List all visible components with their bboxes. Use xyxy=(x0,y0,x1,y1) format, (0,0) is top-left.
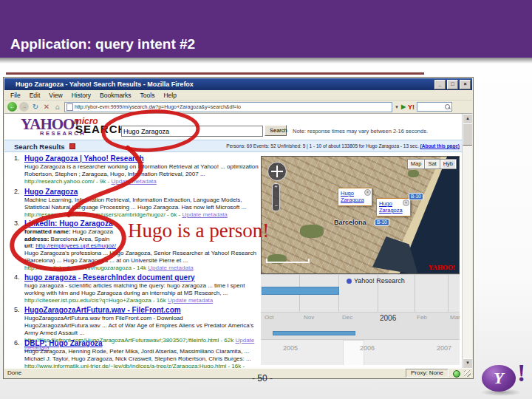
result-snippet: Machine Learning, Information Retrieval,… xyxy=(24,197,259,211)
timeline-month-band[interactable]: Oct Nov Dec 2006 Feb Mar xyxy=(261,312,460,340)
timeline-widget[interactable]: Yahoo! Research Oct Nov Dec 2006 Feb Mar… xyxy=(261,274,460,365)
popup-close-icon[interactable]: × xyxy=(364,189,371,196)
go-icon[interactable]: ▶ xyxy=(401,103,406,110)
result-number: 1. xyxy=(14,154,20,162)
meta-value: Hugo Zaragoza xyxy=(72,228,113,235)
results-stats: Persons: 69 Events: 52 Unfinished: 5 | 1… xyxy=(226,143,460,149)
year-tick: 2005 xyxy=(283,344,298,352)
search-result: 6. DBLP: Hugo Zaragoza Hugo Zaragoza, He… xyxy=(14,339,259,369)
menu-view[interactable]: View xyxy=(49,92,62,99)
meta-label: formatted name: xyxy=(24,228,71,235)
satellite-map[interactable]: + − Map Sat Hyb Hugo Zaragoza × Hugo Zar… xyxy=(261,156,460,274)
timeline-legend: Yahoo! Research xyxy=(347,277,405,284)
address-dropdown-icon[interactable]: ▼ xyxy=(395,105,399,109)
yahoo-exclamation-icon: ! xyxy=(517,359,525,387)
result-title-link[interactable]: Hugo Zaragoza xyxy=(24,188,259,197)
scrollbar[interactable]: ▲ ▼ xyxy=(462,114,472,369)
result-title-link[interactable]: Hugo Zaragoza | Yahoo! Research xyxy=(24,154,259,163)
road-badge: B-10 xyxy=(375,219,389,226)
update-metadata-link[interactable]: Update metadata xyxy=(111,178,156,185)
query-input[interactable] xyxy=(121,126,263,137)
scrollbar-thumb[interactable] xyxy=(463,123,472,146)
rss-icon[interactable] xyxy=(69,143,75,149)
result-url-text: http://citeseer.ist.psu.edu/cis?q=Hugo+Z… xyxy=(24,297,166,304)
popup-close-icon[interactable]: × xyxy=(403,200,409,206)
menu-help[interactable]: Help xyxy=(163,92,176,99)
address-bar[interactable]: http://ybor-evm:9999/m/ysearch.dw?p=Hugo… xyxy=(64,102,392,112)
close-button[interactable]: × xyxy=(460,80,471,89)
hyb-button[interactable]: Hyb xyxy=(440,160,456,168)
menu-history[interactable]: History xyxy=(72,92,91,99)
map-sea xyxy=(262,157,459,273)
result-snippet: Hugo Zaragoza is a researcher working on… xyxy=(24,163,259,178)
meta-line: url: http://employees.upf.es/hugoz/ xyxy=(24,242,259,250)
resize-grip-icon[interactable] xyxy=(464,370,471,377)
update-metadata-link[interactable]: Update metadata xyxy=(182,211,227,218)
result-title-link[interactable]: HugoZaragozaArtFutura.wav - FileFront.co… xyxy=(24,306,259,315)
map-zoom-slider[interactable]: + − xyxy=(272,183,280,211)
map-pan-control[interactable] xyxy=(267,162,287,181)
results-stats-text: Persons: 69 Events: 52 Unfinished: 5 | 1… xyxy=(226,143,418,149)
status-proxy: Proxy: None xyxy=(406,369,449,378)
minimize-button[interactable]: _ xyxy=(434,80,446,89)
map-popup-link[interactable]: Hugo Zaragoza xyxy=(379,200,401,214)
menu-edit[interactable]: Edit xyxy=(30,92,41,99)
map-button[interactable]: Map xyxy=(408,160,425,168)
stop-icon[interactable]: ✕ xyxy=(42,103,51,111)
search-logo-text: SEARCH xyxy=(75,123,126,135)
back-icon[interactable]: ← xyxy=(7,102,17,112)
update-metadata-link[interactable]: Update metadata xyxy=(148,265,193,271)
result-number: 2. xyxy=(14,188,20,195)
zoom-out-icon[interactable]: − xyxy=(273,203,279,209)
about-this-page-link[interactable]: (About this page) xyxy=(420,143,460,149)
window-title: Hugo Zaragoza - Yahoo! Search Results - … xyxy=(16,81,194,88)
map-park xyxy=(300,225,324,238)
title-bar: Hugo Zaragoza - Yahoo! Search Results - … xyxy=(4,78,472,90)
result-title-link[interactable]: DBLP: Hugo Zaragoza xyxy=(24,339,259,348)
result-snippet: Hugo Zaragoza, Henning Rode, Peter Mika,… xyxy=(24,348,259,363)
timeline-event-bar[interactable] xyxy=(262,287,339,295)
meta-url-link[interactable]: http://employees.upf.es/hugoz/ xyxy=(35,242,116,249)
status-done: Done xyxy=(7,369,21,376)
maximize-button[interactable]: □ xyxy=(447,80,458,89)
yahoo-search-engine-icon[interactable]: Y! xyxy=(408,103,415,111)
menu-file[interactable]: File xyxy=(10,92,21,99)
result-number: 5. xyxy=(14,306,20,313)
result-snippet: hugo zaragoza - scientific articles matc… xyxy=(24,282,259,297)
scroll-up-icon[interactable]: ▲ xyxy=(463,114,472,124)
update-metadata-link[interactable]: Update metadata xyxy=(168,297,213,304)
timeline-year-band[interactable]: 2005 2006 2007 xyxy=(261,339,460,365)
address-url: http://ybor-evm:9999/m/ysearch.dw?p=Hugo… xyxy=(75,104,241,109)
toolbar-search-input[interactable] xyxy=(417,102,452,112)
result-url-text: http://research.yahoo.com/ - 9k - xyxy=(24,178,109,185)
map-popup-link[interactable]: Hugo Zaragoza xyxy=(341,190,363,203)
sat-button[interactable]: Sat xyxy=(425,160,439,168)
search-result: 4. hugo zaragoza - ResearchIndex documen… xyxy=(14,273,259,304)
page-number: - 50 - xyxy=(252,373,273,383)
meta-label: address: xyxy=(24,236,49,242)
scroll-down-icon[interactable]: ▼ xyxy=(463,358,472,369)
search-button[interactable]: Search xyxy=(265,125,287,136)
map-popup: Hugo Zaragoza × xyxy=(376,198,411,216)
forward-icon[interactable]: → xyxy=(19,102,29,112)
result-url-text: http://www.linkedin.com/in/hugozaragoza … xyxy=(24,265,146,271)
legend-dot-icon xyxy=(347,279,352,284)
menu-tools[interactable]: Tools xyxy=(140,92,155,99)
result-url: http://research.microsoft.com/users/camb… xyxy=(24,211,259,219)
menu-bookmarks[interactable]: Bookmarks xyxy=(100,92,132,99)
result-title-link[interactable]: hugo zaragoza - ResearchIndex document q… xyxy=(24,273,259,282)
month-tick: Oct xyxy=(265,314,273,321)
zoom-in-icon[interactable]: + xyxy=(273,184,279,190)
home-icon[interactable]: ⌂ xyxy=(53,103,62,111)
city-label: Barcelona xyxy=(334,219,366,226)
slide-header: Application: query intent #2 xyxy=(0,0,532,58)
result-url: http://research.yahoo.com/ - 9k - Update… xyxy=(24,178,259,185)
yahoo-ball-logo: Y ! xyxy=(479,362,531,398)
meta-label: url: xyxy=(24,242,34,249)
yahoo-y-icon: Y xyxy=(482,365,516,392)
slide: Application: query intent #2 Hugo Zarago… xyxy=(0,0,532,399)
year-tick: 2006 xyxy=(380,314,396,322)
month-tick: Feb xyxy=(417,314,427,321)
reload-icon[interactable]: ↻ xyxy=(31,103,40,111)
header-shadow xyxy=(0,58,532,64)
